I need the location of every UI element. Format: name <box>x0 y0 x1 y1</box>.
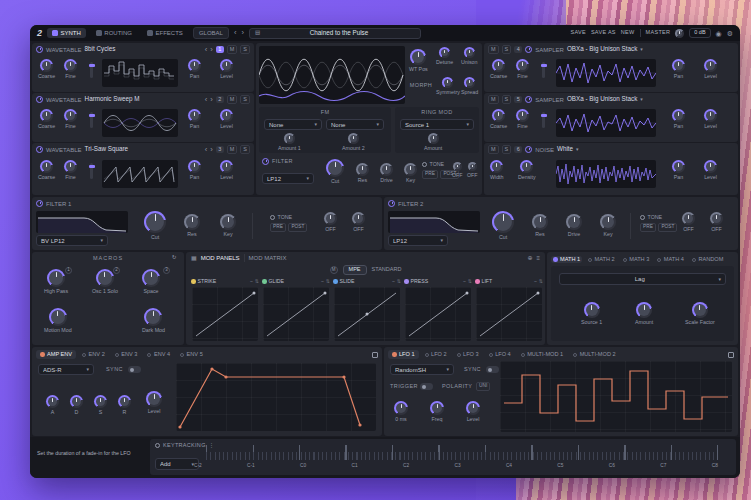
sampler2-power-toggle[interactable] <box>525 96 532 103</box>
filter2-drive-knob[interactable] <box>566 214 582 230</box>
osc3-level-knob[interactable] <box>220 160 233 173</box>
fm-amount2-knob[interactable] <box>348 133 359 144</box>
osc2-level-knob[interactable] <box>220 109 233 122</box>
unison-knob[interactable] <box>464 47 475 58</box>
sampler2-solo-button[interactable]: S <box>502 95 512 105</box>
sampler2-gain-fader[interactable] <box>542 112 545 128</box>
filter1-cut-knob[interactable] <box>144 211 166 233</box>
env-release-knob[interactable] <box>118 395 131 408</box>
main-filter-res-knob[interactable] <box>356 163 369 176</box>
tab-lfo2[interactable]: LFO 2 <box>421 350 451 360</box>
tab-env2[interactable]: ENV 2 <box>78 350 109 360</box>
osc3-prev-icon[interactable]: ‹ <box>205 146 208 154</box>
glide-curve[interactable] <box>263 287 329 341</box>
keytracking-add-dropdown[interactable]: Add▾ <box>155 458 199 470</box>
sampler2-mute-button[interactable]: M <box>488 95 499 105</box>
macro2-knob[interactable] <box>96 269 114 287</box>
filter1-curve-display[interactable] <box>36 211 128 233</box>
mpe-mode-button[interactable]: MPE <box>343 265 367 275</box>
math-source-knob[interactable] <box>584 302 600 318</box>
main-filter-power-toggle[interactable] <box>262 158 269 165</box>
osc2-number-badge[interactable]: 2 <box>216 96 224 104</box>
sampler1-mute-button[interactable]: M <box>488 45 499 55</box>
osc1-gain-fader[interactable] <box>90 62 93 78</box>
wave-icon[interactable]: ~ <box>534 279 537 284</box>
osc2-fine-knob[interactable] <box>64 109 77 122</box>
lfo-expand-icon[interactable] <box>728 352 734 358</box>
noise-width-knob[interactable] <box>490 160 503 173</box>
ring-source-dropdown[interactable]: Source 1▾ <box>400 119 474 130</box>
mod-panel-glide[interactable]: GLIDE~⇅ <box>262 277 330 343</box>
filter1-tone-low-knob[interactable] <box>324 212 337 225</box>
macro-loop-icon[interactable]: ↻ <box>172 255 177 261</box>
filter2-tone-high-knob[interactable] <box>710 212 723 225</box>
env-sustain-knob[interactable] <box>94 395 107 408</box>
osc2-coarse-knob[interactable] <box>40 109 53 122</box>
tab-env3[interactable]: ENV 3 <box>111 350 142 360</box>
sampler2-coarse-knob[interactable] <box>492 109 505 122</box>
master-knob[interactable] <box>675 29 684 38</box>
sampler1-gain-fader[interactable] <box>542 62 545 78</box>
ring-amount-knob[interactable] <box>428 133 439 144</box>
preset-prev-icon[interactable]: ‹ <box>234 29 237 37</box>
wave-icon[interactable]: ~ <box>250 279 253 284</box>
save-button[interactable]: SAVE <box>570 30 585 36</box>
noise-pan-knob[interactable] <box>672 160 685 173</box>
press-curve[interactable] <box>405 287 471 341</box>
tab-multimod2[interactable]: MULTI-MOD 2 <box>569 350 619 360</box>
filter1-tone-pre-button[interactable]: PRE <box>270 223 286 232</box>
filter2-key-knob[interactable] <box>600 214 616 230</box>
osc1-power-toggle[interactable] <box>36 46 43 53</box>
filter2-curve-display[interactable] <box>388 211 480 233</box>
fm-source2-dropdown[interactable]: None▾ <box>326 119 384 130</box>
main-filter-cut-knob[interactable] <box>326 159 344 177</box>
filter2-cut-knob[interactable] <box>492 211 514 233</box>
tab-routing[interactable]: ROUTING <box>91 28 137 38</box>
updown-icon[interactable]: ⇅ <box>468 279 472 284</box>
sampler1-number-badge[interactable]: 4 <box>514 46 522 54</box>
lfo-polarity-uni-button[interactable]: UNI <box>476 382 490 391</box>
osc2-prev-icon[interactable]: ‹ <box>205 96 208 104</box>
math-amount-knob[interactable] <box>636 302 652 318</box>
macro1-knob[interactable] <box>47 269 65 287</box>
osc2-solo-button[interactable]: S <box>240 95 250 105</box>
lfo-trigger-toggle[interactable] <box>420 383 433 390</box>
updown-icon[interactable]: ⇅ <box>326 279 330 284</box>
env-level-knob[interactable] <box>146 391 162 407</box>
tab-lfo3[interactable]: LFO 3 <box>453 350 483 360</box>
sampler1-power-toggle[interactable] <box>525 46 532 53</box>
wavetable-display[interactable] <box>259 46 405 104</box>
filter2-type-dropdown[interactable]: LP12▾ <box>388 235 448 246</box>
fm-source1-dropdown[interactable]: None▾ <box>264 119 322 130</box>
osc1-wavetable-thumbnail[interactable] <box>102 59 178 87</box>
mod-panel-slide[interactable]: SLIDE~⇅ <box>333 277 401 343</box>
env-sync-toggle[interactable] <box>128 366 141 373</box>
lfo-shape-dropdown[interactable]: RandomSH▾ <box>390 364 454 375</box>
main-filter-drive-knob[interactable] <box>380 163 393 176</box>
sampler2-level-knob[interactable] <box>704 109 717 122</box>
tab-lfo1[interactable]: LFO 1 <box>388 350 419 360</box>
osc1-level-knob[interactable] <box>220 59 233 72</box>
noise-level-knob[interactable] <box>704 160 717 173</box>
settings-gear-icon[interactable]: ⚙ <box>727 30 733 37</box>
osc3-wavetable-thumbnail[interactable] <box>102 160 178 188</box>
filter1-type-dropdown[interactable]: BV LP12▾ <box>36 235 108 246</box>
env-decay-knob[interactable] <box>70 395 83 408</box>
slide-curve[interactable] <box>334 287 400 341</box>
noise-name[interactable]: White <box>557 146 573 152</box>
osc1-fine-knob[interactable] <box>64 59 77 72</box>
osc3-power-toggle[interactable] <box>36 146 43 153</box>
sampler1-level-knob[interactable] <box>704 59 717 72</box>
add-mod-icon[interactable]: ⊕ <box>527 255 532 261</box>
mod-panel-lift[interactable]: LIFT~⇅ <box>475 277 543 343</box>
tab-math3[interactable]: MATH 3 <box>621 256 652 264</box>
main-filter-key-knob[interactable] <box>404 163 417 176</box>
osc1-coarse-knob[interactable] <box>40 59 53 72</box>
osc2-mute-button[interactable]: M <box>227 95 238 105</box>
filter2-tone-post-button[interactable]: POST <box>658 223 677 232</box>
save-as-button[interactable]: SAVE AS <box>591 30 616 36</box>
preset-next-icon[interactable]: › <box>241 29 244 37</box>
osc1-prev-icon[interactable]: ‹ <box>205 46 208 54</box>
noise-power-toggle[interactable] <box>525 146 532 153</box>
noise-solo-button[interactable]: S <box>502 145 512 155</box>
